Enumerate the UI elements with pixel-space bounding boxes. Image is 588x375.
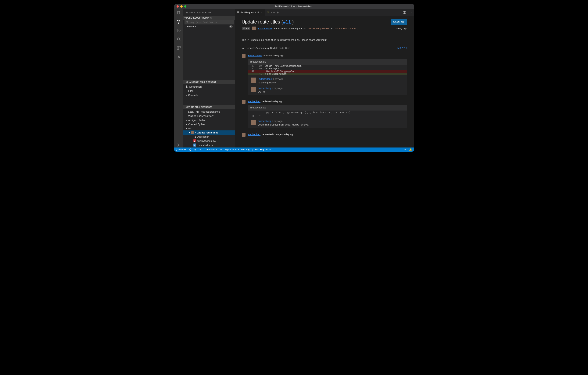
reviewer-link[interactable]: auchenberg — [248, 133, 261, 136]
scm-icon[interactable] — [176, 19, 181, 24]
pr-item-description[interactable]: Description — [183, 85, 235, 89]
chevron-right-icon: ▸ — [186, 94, 188, 97]
pr-time: a day ago — [396, 27, 407, 30]
checkout-button[interactable]: Check out — [391, 19, 407, 25]
chevron-down-icon: ▾ — [185, 106, 186, 109]
reviewer-link[interactable]: auchenberg — [248, 100, 261, 103]
modified-file-icon: M — [193, 143, 196, 146]
svg-point-19 — [242, 48, 243, 49]
tab-indexjs[interactable]: JS index.js — [265, 9, 281, 16]
search-icon[interactable] — [176, 37, 181, 42]
editor-area: ☰ Pull Request #11 × JS index.js ⋯ Updat… — [235, 9, 414, 147]
changes-row[interactable]: CHANGES 0 — [183, 24, 235, 29]
gh-item-created[interactable]: ▸Created By Me — [183, 122, 235, 126]
avatar-icon — [242, 133, 245, 137]
azure-icon[interactable] — [176, 54, 181, 59]
changes-in-pr-header[interactable]: ▾ CHANGES IN PULL REQUEST — [183, 80, 235, 84]
commit-author: Kenneth Auchenberg: Update route titles — [246, 47, 290, 49]
extensions-icon[interactable] — [176, 45, 181, 50]
target-branch: auchenberg:master — [335, 27, 356, 30]
repo-section-header[interactable]: ▾ PULLREQUEST-DEMO GIT — [183, 16, 235, 20]
svg-rect-7 — [177, 46, 178, 48]
gh-item-waiting[interactable]: ▸Waiting For My Review — [183, 114, 235, 118]
split-editor-icon[interactable] — [403, 11, 406, 14]
comment-body: Is it too generic? — [258, 81, 284, 84]
pr-title: Update route titles (#11 ) — [242, 19, 294, 25]
more-actions-icon[interactable]: ⋯ — [409, 11, 412, 14]
pr-author-link[interactable]: RMacfarlane — [258, 27, 272, 30]
status-sync[interactable] — [189, 148, 192, 151]
warning-icon: ⚠ — [199, 148, 201, 151]
deleted-file-icon: D — [193, 139, 196, 142]
changes-count-badge: 0 — [229, 25, 233, 28]
status-signedin[interactable]: Signed in as auchenberg — [224, 148, 250, 151]
svg-point-25 — [252, 149, 253, 149]
gh-item-local[interactable]: ▸Local Pull Request Branches — [183, 110, 235, 114]
avatar-icon — [191, 131, 194, 134]
vscode-window: Pull Request #11 — pullrequest-demo SOUR… — [174, 4, 414, 152]
avatar-icon — [242, 100, 245, 104]
commit-message-input[interactable] — [185, 20, 234, 24]
debug-icon[interactable] — [176, 28, 181, 33]
changes-label: CHANGES — [186, 25, 196, 28]
svg-point-11 — [186, 86, 187, 86]
pr-number-link[interactable]: #11 — [283, 19, 291, 24]
gh-item-all[interactable]: ▾All — [183, 126, 235, 131]
diff-file-header: routes/index.js — [248, 105, 407, 110]
svg-point-16 — [195, 137, 196, 138]
gh-item-file-favicon[interactable]: Dpublic/favicon.ico — [183, 139, 235, 143]
svg-point-23 — [176, 150, 177, 151]
feedback-smiley-icon[interactable]: ☺ — [404, 148, 406, 151]
pr-item-commits[interactable]: ▸Commits — [183, 93, 235, 97]
status-branch[interactable]: tweaks — [176, 148, 186, 151]
notifications-bell-icon[interactable]: 🔔 — [409, 148, 412, 151]
status-pr[interactable]: Pull Request #11 — [252, 148, 273, 151]
pr-item-files[interactable]: ▸Files — [183, 89, 235, 93]
explorer-icon[interactable] — [176, 11, 181, 16]
gh-item-selected-desc[interactable]: Description — [183, 135, 235, 139]
svg-rect-8 — [179, 46, 180, 48]
repo-name: PULLREQUEST-DEMO — [186, 17, 209, 19]
github-pr-tree: ▸Local Pull Request Branches ▸Waiting Fo… — [183, 109, 235, 147]
activity-bar — [174, 9, 183, 147]
close-tab-icon[interactable]: × — [261, 11, 263, 14]
js-icon: JS — [267, 11, 269, 13]
svg-point-6 — [177, 38, 179, 40]
github-pr-header[interactable]: ▾ GITHUB PULL REQUESTS — [183, 105, 235, 109]
commit-sha-link[interactable]: b282d10 — [398, 47, 407, 49]
comment-author[interactable]: auchenberg — [258, 87, 271, 89]
avatar-icon — [251, 120, 256, 125]
settings-gear-icon[interactable] — [176, 143, 181, 147]
review-block-3: auchenberg requested changes a day ago — [242, 133, 407, 137]
gh-item-selected-pr[interactable]: ▾* Update route titles — [183, 131, 235, 135]
sidebar: SOURCE CONTROL: GIT ▾ PULLREQUEST-DEMO G… — [183, 9, 235, 147]
svg-point-15 — [194, 137, 194, 138]
gh-item-file-index[interactable]: Mroutes/index.js — [183, 143, 235, 147]
svg-point-22 — [176, 149, 177, 149]
comment-author[interactable]: RMacfarlane — [258, 77, 272, 80]
tab-pull-request[interactable]: ☰ Pull Request #11 × — [235, 9, 265, 16]
reviewer-link[interactable]: RMacfarlane — [248, 54, 262, 57]
pullrequest-icon — [186, 85, 189, 88]
svg-point-2 — [177, 20, 178, 21]
tab-bar: ☰ Pull Request #11 × JS index.js ⋯ — [235, 9, 414, 16]
titlebar: Pull Request #11 — pullrequest-demo — [174, 4, 414, 9]
diff-hunk-header: @@ -11,7 +11,7 @@ router.get('/', functi… — [248, 110, 407, 115]
avatar-icon — [251, 87, 256, 92]
chevron-down-icon: ▾ — [186, 127, 188, 130]
review-comment: auchenberga day agoLGTM — [251, 87, 404, 93]
status-autoattach[interactable]: Auto Attach: On — [206, 148, 222, 151]
svg-point-12 — [186, 87, 187, 88]
svg-point-3 — [179, 20, 180, 21]
comment-author[interactable]: auchenberg — [258, 120, 271, 122]
pullrequest-icon — [193, 135, 196, 138]
diff-file-box: routes/index.js 3939 var cart = new Cart… — [248, 59, 407, 95]
svg-point-4 — [178, 23, 179, 23]
chevron-right-icon: ▸ — [186, 123, 188, 126]
review-comment: auchenberga day agoLooks like productId … — [251, 120, 404, 126]
status-problems[interactable]: ⊘0⚠0 — [194, 148, 203, 151]
body: SOURCE CONTROL: GIT ▾ PULLREQUEST-DEMO G… — [174, 9, 414, 147]
gh-item-assigned[interactable]: ▸Assigned To Me — [183, 118, 235, 122]
pr-state-badge: Open — [242, 27, 250, 30]
review-comment: RMacfarlanea day agoIs it too generic? — [251, 77, 404, 84]
